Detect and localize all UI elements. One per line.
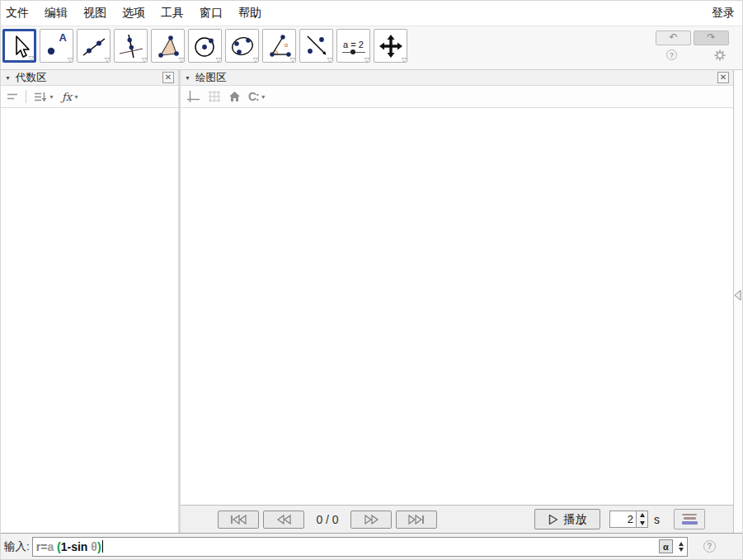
algebra-style-fx-icon[interactable]: ƒx ▼: [62, 91, 79, 103]
tool-dropdown-arrow[interactable]: ▽: [216, 57, 221, 64]
nav-next-button[interactable]: [350, 511, 392, 529]
input-text-segment: r=: [36, 540, 48, 553]
text-cursor: [102, 540, 103, 553]
tool-reflect-button[interactable]: ▽: [299, 29, 333, 63]
tool-dropdown-arrow[interactable]: ▽: [327, 57, 332, 64]
protocol-icon-row: [684, 517, 696, 520]
tool-dropdown-arrow[interactable]: ▽: [364, 57, 369, 64]
chevron-down-icon: ▼: [261, 94, 266, 100]
show-grid-icon[interactable]: [208, 90, 221, 103]
help-icon[interactable]: ?: [666, 49, 677, 60]
graphics-close-button[interactable]: ✕: [717, 72, 729, 83]
tool-polygon-button[interactable]: ▽: [151, 29, 185, 63]
redo-button[interactable]: ↷: [694, 31, 729, 45]
tool-dropdown-arrow[interactable]: ▽: [253, 57, 258, 64]
conic-through-points-icon: [229, 33, 256, 59]
main-area: ▼ 代数区 ✕: [1, 70, 742, 533]
sidebar-expand-arrow-icon[interactable]: [734, 289, 741, 301]
tool-dropdown-arrow[interactable]: ▽: [179, 57, 184, 64]
menu-bar: 文件 编辑 视图 选项 工具 窗口 帮助 登录: [1, 1, 742, 26]
home-default-view-icon[interactable]: [228, 91, 241, 102]
nav-first-button[interactable]: [218, 511, 259, 529]
tool-slider-button[interactable]: a = 2 ▽: [336, 29, 370, 63]
input-bar: 输入: r=a (1-sin θ) α ?: [1, 533, 742, 559]
protocol-icon-row: [682, 514, 697, 516]
algebra-collapse-icon[interactable]: ▼: [5, 75, 11, 81]
menu-window[interactable]: 窗口: [200, 6, 223, 21]
tool-dropdown-arrow[interactable]: ▽: [68, 57, 73, 64]
point-label: A: [59, 31, 67, 44]
tool-conic-button[interactable]: ▽: [225, 29, 259, 63]
construction-protocol-button[interactable]: [674, 509, 705, 529]
algebra-stylebar: ▼ ƒx ▼: [1, 86, 178, 108]
tool-dropdown-arrow[interactable]: ▽: [142, 57, 147, 64]
speed-down-button[interactable]: [637, 520, 647, 528]
sign-in-link[interactable]: 登录: [712, 6, 735, 21]
slider-text: a = 2: [343, 40, 364, 49]
input-help-icon[interactable]: ?: [703, 540, 716, 553]
undo-button[interactable]: ↶: [656, 31, 691, 45]
speed-up-button[interactable]: [637, 511, 647, 520]
stylebar-separator: [26, 90, 26, 103]
protocol-icon-row: [682, 521, 698, 525]
slider-handle: [350, 49, 355, 54]
tool-perpendicular-line-button[interactable]: ▽: [114, 29, 148, 63]
play-label: 播放: [564, 512, 587, 527]
circle-center-point-icon: [192, 33, 219, 59]
graphics-canvas[interactable]: [181, 108, 733, 505]
tool-dropdown-arrow[interactable]: ▽: [29, 55, 34, 62]
navigation-bar: 0 / 0: [181, 505, 733, 533]
algebra-view-body: [1, 108, 178, 533]
algebra-panel-header: ▼ 代数区 ✕: [1, 70, 178, 86]
menu-tools[interactable]: 工具: [161, 6, 184, 21]
angle-label: α: [284, 41, 288, 49]
tool-point-button[interactable]: A ▽: [40, 29, 73, 63]
speed-input[interactable]: [609, 511, 637, 528]
gear-icon[interactable]: [714, 49, 726, 61]
graphics-panel-title: 绘图区: [195, 71, 227, 85]
input-text-segment: a: [47, 540, 54, 553]
tool-dropdown-arrow[interactable]: ▽: [290, 57, 295, 64]
nav-previous-button[interactable]: [263, 511, 304, 529]
move-graphics-view-icon: [378, 33, 404, 59]
chevron-down-icon: ▼: [73, 94, 79, 100]
algebra-panel-title: 代数区: [16, 71, 47, 85]
reflect-about-line-icon: [303, 33, 330, 59]
command-input-field[interactable]: r=a (1-sin θ) α: [32, 537, 688, 557]
algebra-panel: ▼ 代数区 ✕: [1, 70, 178, 533]
sort-objects-icon[interactable]: ▼: [34, 92, 54, 102]
tool-move-graphics-button[interactable]: ▽: [374, 29, 407, 63]
graphics-panel: ▼ 绘图区 ✕: [181, 70, 734, 533]
menu-edit[interactable]: 编辑: [45, 6, 68, 21]
auxiliary-objects-icon[interactable]: [7, 92, 18, 101]
toolbar-right-controls: ↶ ↷ ?: [656, 31, 731, 61]
menu-file[interactable]: 文件: [6, 6, 29, 21]
input-history-spinner[interactable]: [679, 542, 684, 552]
tool-circle-button[interactable]: ▽: [188, 29, 222, 63]
show-axes-icon[interactable]: [186, 90, 200, 103]
nav-last-button[interactable]: [396, 511, 437, 529]
graphics-collapse-icon[interactable]: ▼: [185, 75, 190, 81]
algebra-close-button[interactable]: ✕: [162, 72, 174, 83]
play-button[interactable]: 播放: [534, 509, 600, 529]
input-text-segment: θ: [91, 540, 97, 553]
point-capturing-icon[interactable]: C: ▼: [248, 90, 266, 103]
menu-options[interactable]: 选项: [122, 6, 145, 21]
construction-step-counter: 0 / 0: [304, 513, 350, 526]
menu-view[interactable]: 视图: [83, 6, 106, 21]
menu-help[interactable]: 帮助: [238, 6, 261, 21]
tool-buttons: ▽ A ▽ ▽: [2, 29, 407, 69]
play-icon: [548, 514, 558, 525]
tool-move-button[interactable]: ▽: [2, 29, 36, 63]
geogebra-window: 文件 编辑 视图 选项 工具 窗口 帮助 登录 ▽ A ▽: [0, 0, 743, 560]
chevron-down-icon: ▼: [49, 94, 54, 100]
point-capturing-glyph: C:: [248, 90, 259, 103]
tool-dropdown-arrow[interactable]: ▽: [105, 57, 110, 64]
tool-line-button[interactable]: ▽: [77, 29, 111, 63]
tool-angle-button[interactable]: α ▽: [262, 29, 296, 63]
angle-icon: [266, 33, 293, 59]
tool-dropdown-arrow[interactable]: ▽: [402, 57, 407, 64]
polygon-icon: [155, 33, 181, 59]
greek-letters-button[interactable]: α: [659, 539, 673, 553]
tool-toolbar: ▽ A ▽ ▽: [1, 26, 742, 70]
